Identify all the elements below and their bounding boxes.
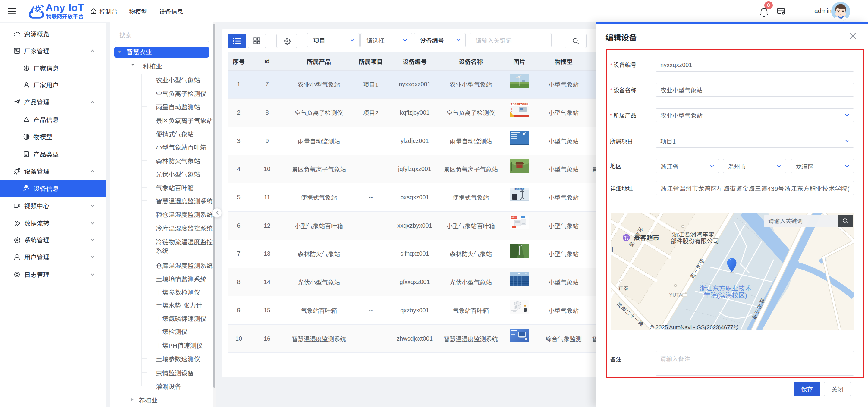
svg-text:浙江东方职业技术: 浙江东方职业技术 xyxy=(700,285,751,292)
svg-text:]: ] xyxy=(612,246,613,252)
svg-text:气象百叶箱: 气象百叶箱 xyxy=(510,216,518,218)
svg-text:YUTA: YUTA xyxy=(669,292,683,298)
svg-text:便携式气象站: 便携式气象站 xyxy=(515,188,525,190)
svg-text:学院(滨海校区): 学院(滨海校区) xyxy=(704,292,747,299)
svg-text:空气负氧离子检测仪: 空气负氧离子检测仪 xyxy=(510,103,528,105)
svg-text:浙江名洲汽车零: 浙江名洲汽车零 xyxy=(672,231,714,238)
svg-text:© 2025 AutoNavi - GS(2023)4677: © 2025 AutoNavi - GS(2023)4677号 xyxy=(650,324,739,331)
svg-text:部件股份有限公司: 部件股份有限公司 xyxy=(671,238,719,245)
svg-text:正泰: 正泰 xyxy=(618,285,629,291)
